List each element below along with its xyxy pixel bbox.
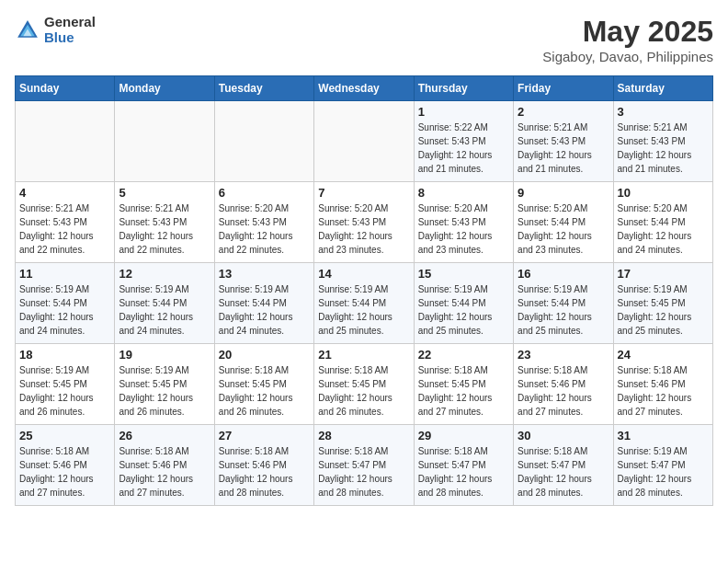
day-number: 17: [618, 267, 709, 281]
day-info: Sunrise: 5:20 AM Sunset: 5:43 PM Dayligh…: [219, 201, 310, 257]
calendar-cell: 28Sunrise: 5:18 AM Sunset: 5:47 PM Dayli…: [314, 425, 414, 506]
logo-icon: [15, 17, 40, 43]
logo-text: General Blue: [44, 15, 96, 45]
day-number: 12: [119, 267, 210, 281]
day-number: 18: [19, 348, 110, 362]
title-block: May 2025 Sigaboy, Davao, Philippines: [542, 15, 713, 64]
day-info: Sunrise: 5:19 AM Sunset: 5:45 PM Dayligh…: [119, 363, 210, 419]
calendar-cell: 21Sunrise: 5:18 AM Sunset: 5:45 PM Dayli…: [314, 344, 414, 425]
day-info: Sunrise: 5:21 AM Sunset: 5:43 PM Dayligh…: [518, 121, 609, 176]
day-number: 16: [518, 267, 609, 281]
month-title: May 2025: [542, 15, 713, 49]
day-info: Sunrise: 5:19 AM Sunset: 5:44 PM Dayligh…: [318, 282, 409, 338]
calendar-header: SundayMondayTuesdayWednesdayThursdayFrid…: [16, 76, 713, 101]
calendar-cell: 8Sunrise: 5:20 AM Sunset: 5:43 PM Daylig…: [414, 182, 513, 263]
day-info: Sunrise: 5:18 AM Sunset: 5:45 PM Dayligh…: [318, 363, 409, 419]
weekday-header-sunday: Sunday: [16, 76, 115, 101]
week-row-4: 18Sunrise: 5:19 AM Sunset: 5:45 PM Dayli…: [16, 344, 713, 425]
calendar-cell: 15Sunrise: 5:19 AM Sunset: 5:44 PM Dayli…: [414, 263, 513, 344]
day-info: Sunrise: 5:18 AM Sunset: 5:46 PM Dayligh…: [19, 444, 110, 500]
calendar-cell: [314, 101, 414, 182]
location-title: Sigaboy, Davao, Philippines: [542, 49, 713, 64]
day-number: 26: [119, 429, 210, 442]
weekday-header-thursday: Thursday: [414, 76, 513, 101]
day-number: 28: [318, 429, 409, 442]
day-info: Sunrise: 5:18 AM Sunset: 5:47 PM Dayligh…: [518, 444, 609, 500]
day-number: 14: [318, 267, 409, 281]
calendar-cell: 17Sunrise: 5:19 AM Sunset: 5:45 PM Dayli…: [613, 263, 712, 344]
calendar-cell: 12Sunrise: 5:19 AM Sunset: 5:44 PM Dayli…: [115, 263, 214, 344]
day-info: Sunrise: 5:18 AM Sunset: 5:46 PM Dayligh…: [119, 444, 210, 500]
calendar-cell: 22Sunrise: 5:18 AM Sunset: 5:45 PM Dayli…: [414, 344, 513, 425]
day-number: 19: [119, 348, 210, 362]
calendar-cell: [16, 101, 115, 182]
day-info: Sunrise: 5:20 AM Sunset: 5:43 PM Dayligh…: [418, 201, 509, 257]
day-info: Sunrise: 5:19 AM Sunset: 5:47 PM Dayligh…: [618, 444, 709, 500]
day-info: Sunrise: 5:18 AM Sunset: 5:45 PM Dayligh…: [418, 363, 509, 419]
page-header: General Blue May 2025 Sigaboy, Davao, Ph…: [15, 15, 713, 64]
day-number: 23: [518, 348, 609, 362]
calendar-cell: 1Sunrise: 5:22 AM Sunset: 5:43 PM Daylig…: [414, 101, 513, 182]
day-number: 10: [618, 186, 709, 200]
calendar-cell: 27Sunrise: 5:18 AM Sunset: 5:46 PM Dayli…: [214, 425, 313, 506]
day-info: Sunrise: 5:19 AM Sunset: 5:44 PM Dayligh…: [518, 282, 609, 338]
day-number: 31: [618, 429, 709, 442]
day-number: 24: [618, 348, 709, 362]
day-number: 2: [518, 105, 609, 119]
day-info: Sunrise: 5:18 AM Sunset: 5:45 PM Dayligh…: [219, 363, 310, 419]
day-info: Sunrise: 5:20 AM Sunset: 5:44 PM Dayligh…: [618, 201, 709, 257]
week-row-5: 25Sunrise: 5:18 AM Sunset: 5:46 PM Dayli…: [16, 425, 713, 506]
day-number: 5: [119, 186, 210, 200]
day-info: Sunrise: 5:19 AM Sunset: 5:45 PM Dayligh…: [618, 282, 709, 338]
day-info: Sunrise: 5:19 AM Sunset: 5:44 PM Dayligh…: [19, 282, 110, 338]
day-info: Sunrise: 5:20 AM Sunset: 5:43 PM Dayligh…: [318, 201, 409, 257]
calendar-cell: 9Sunrise: 5:20 AM Sunset: 5:44 PM Daylig…: [514, 182, 613, 263]
calendar-cell: 20Sunrise: 5:18 AM Sunset: 5:45 PM Dayli…: [214, 344, 313, 425]
day-info: Sunrise: 5:19 AM Sunset: 5:44 PM Dayligh…: [119, 282, 210, 338]
calendar-body: 1Sunrise: 5:22 AM Sunset: 5:43 PM Daylig…: [16, 101, 713, 506]
day-number: 21: [318, 348, 409, 362]
day-number: 6: [219, 186, 310, 200]
calendar-cell: 14Sunrise: 5:19 AM Sunset: 5:44 PM Dayli…: [314, 263, 414, 344]
calendar-cell: 18Sunrise: 5:19 AM Sunset: 5:45 PM Dayli…: [16, 344, 115, 425]
day-number: 11: [19, 267, 110, 281]
day-info: Sunrise: 5:18 AM Sunset: 5:46 PM Dayligh…: [518, 363, 609, 419]
calendar-cell: 3Sunrise: 5:21 AM Sunset: 5:43 PM Daylig…: [613, 101, 712, 182]
day-info: Sunrise: 5:18 AM Sunset: 5:46 PM Dayligh…: [618, 363, 709, 419]
calendar-cell: 16Sunrise: 5:19 AM Sunset: 5:44 PM Dayli…: [514, 263, 613, 344]
day-number: 3: [618, 105, 709, 119]
logo: General Blue: [15, 15, 96, 45]
calendar-table: SundayMondayTuesdayWednesdayThursdayFrid…: [15, 75, 713, 506]
weekday-header-wednesday: Wednesday: [314, 76, 414, 101]
calendar-cell: 7Sunrise: 5:20 AM Sunset: 5:43 PM Daylig…: [314, 182, 414, 263]
calendar-cell: 4Sunrise: 5:21 AM Sunset: 5:43 PM Daylig…: [16, 182, 115, 263]
day-number: 30: [518, 429, 609, 442]
day-number: 29: [418, 429, 509, 442]
day-info: Sunrise: 5:19 AM Sunset: 5:44 PM Dayligh…: [418, 282, 509, 338]
day-number: 4: [19, 186, 110, 200]
calendar-cell: 10Sunrise: 5:20 AM Sunset: 5:44 PM Dayli…: [613, 182, 712, 263]
calendar-cell: 23Sunrise: 5:18 AM Sunset: 5:46 PM Dayli…: [514, 344, 613, 425]
day-info: Sunrise: 5:19 AM Sunset: 5:44 PM Dayligh…: [219, 282, 310, 338]
day-number: 20: [219, 348, 310, 362]
weekday-header-saturday: Saturday: [613, 76, 712, 101]
calendar-cell: 19Sunrise: 5:19 AM Sunset: 5:45 PM Dayli…: [115, 344, 214, 425]
day-number: 1: [418, 105, 509, 119]
calendar-cell: 13Sunrise: 5:19 AM Sunset: 5:44 PM Dayli…: [214, 263, 313, 344]
day-number: 27: [219, 429, 310, 442]
day-info: Sunrise: 5:18 AM Sunset: 5:46 PM Dayligh…: [219, 444, 310, 500]
calendar-cell: 30Sunrise: 5:18 AM Sunset: 5:47 PM Dayli…: [514, 425, 613, 506]
calendar-cell: 6Sunrise: 5:20 AM Sunset: 5:43 PM Daylig…: [214, 182, 313, 263]
day-info: Sunrise: 5:18 AM Sunset: 5:47 PM Dayligh…: [318, 444, 409, 500]
calendar-cell: 26Sunrise: 5:18 AM Sunset: 5:46 PM Dayli…: [115, 425, 214, 506]
calendar-cell: [214, 101, 313, 182]
week-row-3: 11Sunrise: 5:19 AM Sunset: 5:44 PM Dayli…: [16, 263, 713, 344]
calendar-cell: 2Sunrise: 5:21 AM Sunset: 5:43 PM Daylig…: [514, 101, 613, 182]
day-number: 7: [318, 186, 409, 200]
calendar-cell: 29Sunrise: 5:18 AM Sunset: 5:47 PM Dayli…: [414, 425, 513, 506]
day-info: Sunrise: 5:21 AM Sunset: 5:43 PM Dayligh…: [618, 121, 709, 176]
week-row-1: 1Sunrise: 5:22 AM Sunset: 5:43 PM Daylig…: [16, 101, 713, 182]
calendar-cell: 31Sunrise: 5:19 AM Sunset: 5:47 PM Dayli…: [613, 425, 712, 506]
calendar-cell: 11Sunrise: 5:19 AM Sunset: 5:44 PM Dayli…: [16, 263, 115, 344]
day-info: Sunrise: 5:21 AM Sunset: 5:43 PM Dayligh…: [19, 201, 110, 257]
